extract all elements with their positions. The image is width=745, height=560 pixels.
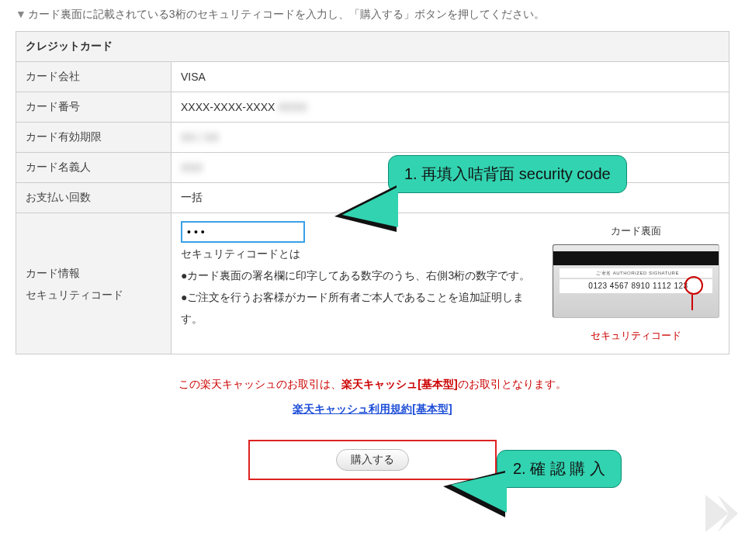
- row-label-expiry: カード有効期限: [16, 123, 172, 153]
- annotation-callout-2-text: 2. 確 認 購 入: [513, 460, 605, 477]
- security-desc-1: ●カード裏面の署名欄に印字してある数字のうち、右側3桁の数字です。: [181, 264, 537, 286]
- holder-masked: XXX: [181, 161, 203, 174]
- card-number-prefix: XXXX-XXXX-XXXX: [181, 101, 275, 113]
- terms-link[interactable]: 楽天キャッシュ利用規約[基本型]: [16, 403, 729, 417]
- security-label-line1: カード情報: [26, 267, 80, 279]
- transaction-notice: この楽天キャッシュのお取引は、楽天キャッシュ[基本型]のお取引となります。: [16, 378, 729, 392]
- security-code-input[interactable]: [181, 221, 305, 243]
- row-value-company: VISA: [172, 62, 729, 92]
- row-label-number: カード番号: [16, 92, 172, 123]
- row-value-expiry: XX / XX: [172, 123, 729, 153]
- notice-pre: この楽天キャッシュのお取引は、: [178, 378, 341, 390]
- security-desc-2: ●ご注文を行うお客様がカード所有者ご本人であることを追加証明します。: [181, 286, 537, 330]
- security-what-is: セキュリティコードとは: [181, 243, 537, 264]
- row-value-number: XXXX-XXXX-XXXX XXXX: [172, 92, 729, 123]
- card-back-title: カード裏面: [553, 221, 719, 241]
- table-header: クレジットカード: [16, 32, 729, 62]
- notice-post: のお取引となります。: [458, 378, 567, 390]
- top-instruction: ▼カード裏面に記載されている3桁のセキュリティコードを入力し、「購入する」ボタン…: [16, 8, 729, 22]
- next-page-arrow-icon[interactable]: [700, 490, 739, 537]
- buy-button[interactable]: 購入する: [336, 449, 409, 471]
- expiry-masked: XX / XX: [181, 131, 219, 143]
- card-number-masked: XXXX: [278, 101, 307, 113]
- annotation-callout-2: 2. 確 認 購 入: [497, 450, 622, 488]
- card-back-label: セキュリティコード: [553, 326, 719, 346]
- annotation-callout-1-text: 1. 再填入咭背面 security code: [404, 165, 611, 182]
- magstripe-icon: [553, 251, 719, 265]
- row-label-company: カード会社: [16, 62, 172, 92]
- notice-bold: 楽天キャッシュ[基本型]: [341, 378, 457, 390]
- card-back-illustration: カード裏面 ご署名 AUTHORIZED SIGNATURE 0123 4567…: [553, 221, 719, 346]
- card-back-image: ご署名 AUTHORIZED SIGNATURE 0123 4567 8910 …: [553, 244, 719, 318]
- security-label-line2: セキュリティコード: [26, 289, 123, 301]
- instruction-text: カード裏面に記載されている3桁のセキュリティコードを入力し、「購入する」ボタンを…: [28, 8, 545, 20]
- security-code-circle-icon: [684, 276, 703, 295]
- row-label-holder: カード名義人: [16, 153, 172, 183]
- annotation-callout-1: 1. 再填入咭背面 security code: [388, 155, 627, 193]
- row-label-security: カード情報 セキュリティコード: [16, 213, 172, 354]
- security-code-pointer-icon: [691, 295, 693, 310]
- triangle-down-icon: ▼: [16, 8, 26, 20]
- row-label-installments: お支払い回数: [16, 183, 172, 213]
